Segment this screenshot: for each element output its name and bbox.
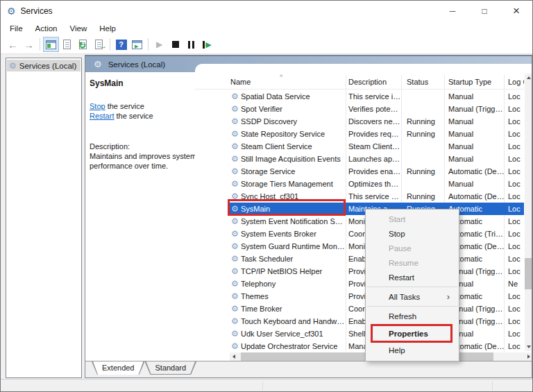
forward-button[interactable]: → [21, 37, 37, 52]
cell-description: Launches ap… [346, 155, 401, 163]
cell-startup-type: Manual [444, 180, 504, 188]
pause-icon [188, 41, 194, 49]
cell-name: Spatial Data Service [241, 92, 346, 101]
service-gear-icon: ⚙ [230, 167, 241, 176]
menubar-item-view[interactable]: View [64, 23, 94, 34]
service-gear-icon: ⚙ [230, 230, 241, 238]
context-menu-item-properties[interactable]: Properties [366, 324, 459, 343]
scroll-up-icon[interactable] [527, 76, 531, 79]
help-button[interactable]: ? [113, 37, 129, 52]
menubar-item-file[interactable]: File [3, 23, 29, 34]
column-header-description[interactable]: Description [348, 78, 398, 86]
cell-log-on-as: Loc [504, 167, 524, 176]
column-header-log-on-as[interactable]: Log On As [508, 78, 524, 86]
context-menu-item-stop[interactable]: Stop [366, 226, 459, 241]
column-header-status[interactable]: Status [407, 78, 443, 86]
restart-service-link[interactable]: Restart [90, 112, 114, 120]
table-row[interactable]: ⚙Spatial Data ServiceThis service i…Manu… [230, 90, 524, 103]
cell-log-on-as: Loc [504, 330, 524, 338]
cell-log-on-as: Loc [504, 230, 524, 238]
show-taskpad-button[interactable]: ▶ [129, 37, 145, 52]
cell-description: This service … [346, 192, 401, 201]
stop-icon [172, 41, 179, 48]
cell-log-on-as: Loc [504, 180, 524, 188]
vertical-scrollbar[interactable] [525, 74, 532, 351]
context-menu-item-help[interactable]: Help [366, 343, 459, 358]
context-menu-item-pause: Pause [366, 241, 459, 255]
tab-extended-label: Extended [102, 364, 134, 372]
title-bar: ⚙ Services ─ □ × [1, 1, 532, 22]
cell-log-on-as: Loc [504, 292, 524, 300]
cell-name: Storage Service [241, 167, 346, 176]
toolbar: ← → ↻ → ? ▶ ▶ ▶ [1, 35, 532, 54]
toolbar-separator [40, 38, 40, 51]
back-arrow-icon: ← [8, 40, 18, 50]
refresh-icon: ↻ [79, 40, 87, 49]
back-button[interactable]: ← [5, 37, 21, 52]
minimize-button[interactable]: ─ [437, 1, 468, 22]
toolbar-separator [148, 38, 149, 51]
context-menu-item-refresh[interactable]: Refresh [366, 309, 459, 324]
cell-name: Task Scheduler [241, 255, 346, 263]
service-gear-icon: ⚙ [9, 62, 17, 70]
table-row[interactable]: ⚙Spot VerifierVerifies pote…Manual (Trig… [230, 103, 524, 115]
column-header-name[interactable]: Name [230, 78, 341, 86]
table-row[interactable]: ⚙SSDP DiscoveryDiscovers ne…RunningManua… [230, 115, 524, 128]
menubar-item-help[interactable]: Help [93, 23, 122, 34]
cell-startup-type: Manual (Trigg… [444, 105, 504, 113]
scroll-left-icon[interactable] [232, 355, 235, 359]
close-button[interactable]: × [500, 1, 532, 22]
cell-description: Verifies pote… [346, 105, 401, 113]
service-gear-icon: ⚙ [230, 342, 241, 350]
table-row[interactable]: ⚙State Repository ServiceProvides req…Ru… [230, 128, 524, 140]
cell-status: Running [401, 130, 444, 138]
start-service-button[interactable]: ▶ [151, 37, 167, 52]
vertical-scroll-thumb[interactable] [525, 258, 532, 289]
cell-log-on-as: Ne [504, 280, 524, 288]
export-list-button[interactable]: → [91, 37, 107, 52]
properties-toolbar-button[interactable] [59, 37, 75, 52]
tab-extended[interactable]: Extended [92, 361, 144, 375]
toolbar-separator [110, 38, 110, 51]
column-header-startup-type[interactable]: Startup Type [448, 78, 502, 86]
table-row[interactable]: ⚙Storage Tiers ManagementOptimizes th…Ma… [230, 178, 524, 190]
cell-name: Storage Tiers Management [241, 180, 346, 188]
cell-startup-type: Automatic (De… [444, 192, 504, 201]
cell-name: Touch Keyboard and Handw… [241, 317, 346, 325]
table-row[interactable]: ⚙Steam Client ServiceSteam Client…Manual… [230, 140, 524, 153]
service-gear-icon: ⚙ [230, 130, 241, 138]
table-row[interactable]: ⚙Storage ServiceProvides ena…RunningAuto… [230, 165, 524, 178]
menubar-item-action[interactable]: Action [29, 23, 64, 34]
cell-log-on-as: Loc [504, 242, 524, 250]
scroll-right-icon[interactable] [527, 355, 530, 359]
cell-log-on-as: Loc [504, 105, 524, 113]
menu-bar: FileActionViewHelp [1, 22, 532, 35]
cell-name: Themes [241, 292, 346, 300]
stop-service-button[interactable] [167, 37, 183, 52]
cell-log-on-as: Loc [504, 117, 524, 126]
tree-item-services-local[interactable]: ⚙ Services (Local) [7, 60, 81, 71]
maximize-button[interactable]: □ [468, 1, 500, 22]
cell-log-on-as: Loc [504, 317, 524, 325]
cell-status: Running [401, 117, 444, 126]
restart-service-button[interactable]: ▶ [199, 37, 215, 52]
taskpad-header-title: Services (Local) [108, 60, 165, 69]
pause-service-button[interactable] [183, 37, 199, 52]
context-menu: StartStopPauseResumeRestartAll Tasks›Ref… [365, 209, 459, 361]
sysmain-highlight-box [228, 199, 346, 216]
context-menu-item-all-tasks[interactable]: All Tasks› [366, 289, 459, 304]
stop-service-link[interactable]: Stop [90, 102, 105, 110]
refresh-button[interactable]: ↻ [75, 37, 91, 52]
table-row[interactable]: ⚙Still Image Acquisition EventsLaunches … [230, 153, 524, 165]
cell-log-on-as: Loc [504, 342, 524, 350]
cell-name: Time Broker [241, 305, 346, 313]
stop-action-line: Stop the service [90, 101, 195, 111]
restart-action-line: Restart the service [90, 111, 195, 121]
list-header: ^ Name Description Status Startup Type L… [195, 74, 524, 90]
context-menu-item-restart[interactable]: Restart [366, 270, 459, 284]
show-console-tree-button[interactable] [43, 37, 59, 52]
tab-standard[interactable]: Standard [144, 361, 196, 375]
play-icon: ▶ [156, 40, 162, 49]
scroll-down-icon[interactable] [527, 346, 531, 348]
cell-log-on-as: Loc [504, 142, 524, 151]
